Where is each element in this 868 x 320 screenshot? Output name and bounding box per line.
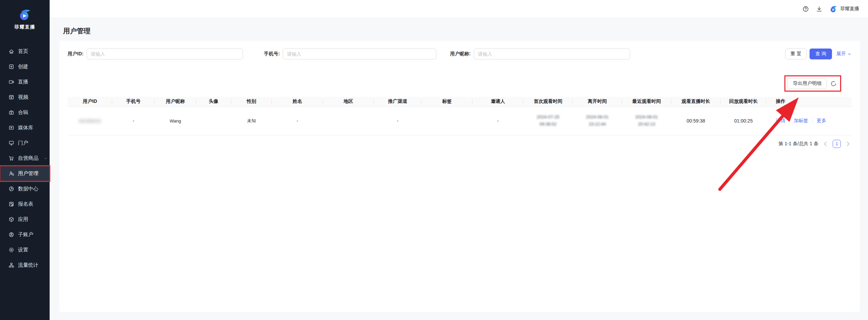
filter-phone: 手机号:	[264, 49, 437, 59]
user-search-icon	[8, 171, 14, 176]
chevron-down-icon	[44, 156, 48, 161]
create-icon	[8, 64, 14, 70]
page-title: 用户管理	[63, 26, 860, 36]
users-table: 用户ID 手机号 用户昵称 头像 性别 姓名 地区 推广渠道 标签 邀请人 首次…	[68, 97, 852, 135]
cell-first-watch-time: 2024-07-2509:38:52	[523, 114, 573, 128]
brand-name: 菲耀直播	[14, 24, 35, 30]
cell-live-duration: 00:59:38	[671, 107, 721, 135]
sidebar-nav: 首页 创建 直播 视频 合辑 媒体库 门户 自营商品 用户管理 数据中心 报名表…	[0, 44, 50, 273]
sidebar-item-traffic-stats[interactable]: 流量统计	[0, 258, 50, 273]
sidebar-item-data-center[interactable]: 数据中心	[0, 181, 50, 196]
expand-link[interactable]: 展开	[836, 51, 852, 57]
cell-nickname: Wang	[155, 107, 196, 135]
avatar	[208, 115, 220, 127]
export-users-button[interactable]: 导出用户明细	[787, 78, 827, 89]
help-icon[interactable]	[802, 6, 809, 12]
page-content: 用户管理 用户ID: 手机号: 用户昵称: 重 置 查 询	[50, 18, 868, 312]
phone-label: 手机号:	[264, 51, 280, 57]
sidebar-item-label: 直播	[18, 79, 28, 85]
col-name: 姓名	[272, 97, 323, 107]
sidebar-item-create[interactable]: 创建	[0, 59, 50, 74]
filter-nickname: 用户昵称:	[450, 49, 630, 59]
sidebar-item-label: 首页	[18, 48, 28, 55]
sidebar-item-settings[interactable]: 设置	[0, 242, 50, 258]
home-icon	[8, 49, 14, 54]
nickname-label: 用户昵称:	[450, 51, 471, 57]
sidebar: 菲耀直播 首页 创建 直播 视频 合辑 媒体库 门户 自营商品 用户管理 数据中…	[0, 0, 50, 320]
reset-button[interactable]: 重 置	[785, 49, 807, 59]
sidebar-item-label: 创建	[18, 63, 28, 70]
col-phone: 手机号	[112, 97, 155, 107]
traffic-stats-icon	[8, 262, 14, 268]
col-inviter: 邀请人	[472, 97, 523, 107]
sidebar-item-home[interactable]: 首页	[0, 44, 50, 59]
sidebar-item-label: 应用	[18, 216, 28, 223]
data-center-icon	[8, 186, 14, 192]
chevron-down-icon	[847, 52, 852, 56]
sidebar-item-label: 自营商品	[18, 155, 38, 162]
refresh-icon[interactable]	[830, 80, 837, 87]
video-icon	[8, 94, 14, 100]
phone-input[interactable]	[283, 49, 436, 59]
col-user-id: 用户ID	[68, 97, 112, 107]
main-area: 菲耀直播 用户管理 用户ID: 手机号: 用户昵称:	[50, 0, 868, 320]
table-row: 46288533 - Wang 未知 - - - 2024-07-2509:38…	[68, 107, 852, 135]
more-link[interactable]: 更多	[817, 118, 826, 124]
annotation-box: 导出用户明细	[784, 75, 841, 92]
col-gender: 性别	[231, 97, 272, 107]
header-brand: 菲耀直播	[830, 5, 859, 13]
brand-logo-icon	[830, 5, 837, 13]
sidebar-item-label: 视频	[18, 94, 28, 100]
sidebar-item-user-management[interactable]: 用户管理	[0, 166, 50, 181]
portal-icon	[8, 140, 14, 146]
table-header-row: 用户ID 手机号 用户昵称 头像 性别 姓名 地区 推广渠道 标签 邀请人 首次…	[68, 97, 852, 107]
settings-icon	[8, 247, 14, 253]
user-id-blurred: 46288533	[79, 118, 101, 124]
sidebar-item-media-library[interactable]: 媒体库	[0, 120, 50, 135]
filter-user-id: 用户ID:	[68, 49, 243, 59]
form-icon	[8, 201, 14, 207]
download-icon[interactable]	[816, 6, 822, 12]
cell-gender: 未知	[231, 107, 272, 135]
top-header: 菲耀直播	[50, 0, 868, 18]
col-nickname: 用户昵称	[155, 97, 196, 107]
cell-inviter: -	[472, 107, 523, 135]
cell-name: -	[272, 107, 323, 135]
sidebar-item-apps[interactable]: 应用	[0, 212, 50, 227]
sidebar-item-registration-form[interactable]: 报名表	[0, 196, 50, 212]
sidebar-item-products[interactable]: 自营商品	[0, 151, 50, 166]
cell-tags	[421, 107, 472, 135]
next-page-icon[interactable]	[844, 140, 852, 148]
nickname-input[interactable]	[474, 49, 630, 59]
app-root: { "brand": { "name": "菲耀直播" }, "sidebar"…	[0, 0, 868, 320]
add-tag-link[interactable]: 加标签	[794, 118, 808, 124]
sidebar-item-live[interactable]: 直播	[0, 74, 50, 90]
sidebar-item-label: 合辑	[18, 109, 28, 116]
brand-logo-icon	[18, 8, 31, 21]
sidebar-item-video[interactable]: 视频	[0, 90, 50, 105]
current-page-button[interactable]: 1	[833, 140, 841, 148]
cell-recent-watch-time: 2024-08-0120:42:13	[622, 114, 671, 128]
filter-actions: 重 置 查 询 展开	[785, 49, 852, 59]
sidebar-item-collection[interactable]: 合辑	[0, 105, 50, 120]
collection-icon	[8, 110, 14, 115]
expand-label: 展开	[836, 51, 846, 57]
user-id-label: 用户ID:	[68, 51, 84, 57]
user-id-input[interactable]	[87, 49, 243, 59]
table-settings-gear-icon[interactable]	[845, 80, 852, 87]
detail-link[interactable]: 详情	[776, 118, 785, 124]
sidebar-item-label: 子账户	[18, 231, 33, 238]
search-button[interactable]: 查 询	[810, 49, 832, 59]
action-divider	[789, 119, 790, 123]
cell-replay-duration: 01:00:25	[721, 107, 766, 135]
cell-phone: -	[112, 107, 155, 135]
sidebar-logo: 菲耀直播	[0, 0, 50, 30]
row-actions: 详情 加标签 更多	[776, 118, 852, 124]
sidebar-item-portal[interactable]: 门户	[0, 135, 50, 151]
cell-channel: -	[374, 107, 421, 135]
col-recent-watch-time: 最近观看时间	[622, 97, 671, 107]
sidebar-item-label: 媒体库	[18, 125, 33, 131]
app-icon	[8, 217, 14, 222]
prev-page-icon[interactable]	[822, 140, 829, 148]
sidebar-item-sub-accounts[interactable]: 子账户	[0, 227, 50, 242]
